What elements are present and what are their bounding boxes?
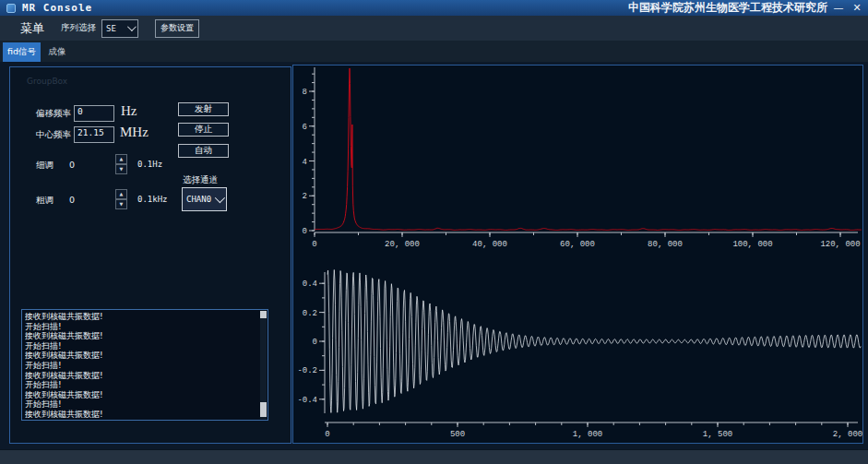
title-bar: MR Console 中国科学院苏州生物医学工程技术研究所 — ✕	[0, 0, 868, 16]
log-scrollbar[interactable]	[260, 311, 267, 419]
svg-text:40, 000: 40, 000	[472, 240, 507, 249]
control-groupbox: GroupBox 偏移频率 0 Hz 中心频率 21.15 MHz 细调 0 ▲…	[9, 66, 291, 444]
svg-text:0.4: 0.4	[303, 280, 317, 289]
svg-text:2: 2	[303, 192, 307, 201]
fine-tune-step: 0.1Hz	[137, 160, 162, 169]
minimize-button[interactable]: —	[831, 2, 846, 14]
coarse-tune-value: 0	[69, 195, 75, 205]
tab-imaging[interactable]: 成像	[41, 42, 74, 62]
chevron-down-icon	[127, 22, 137, 31]
svg-text:60, 000: 60, 000	[560, 240, 595, 249]
chevron-down-icon	[215, 193, 225, 203]
tab-strip: fid信号 成像	[0, 41, 868, 62]
svg-text:1, 000: 1, 000	[573, 430, 602, 439]
spinner-up-icon[interactable]: ▲	[115, 154, 127, 164]
window-title: MR Console	[22, 2, 92, 14]
groupbox-label: GroupBox	[27, 77, 67, 86]
status-bar	[0, 449, 868, 464]
center-frequency-input[interactable]: 21.15	[74, 126, 114, 143]
sequence-select-label: 序列选择	[61, 22, 96, 34]
fine-tune-value: 0	[69, 160, 75, 170]
fine-tune-spinner[interactable]: ▲ ▼	[115, 154, 127, 173]
stop-button[interactable]: 停止	[178, 123, 229, 137]
offset-frequency-unit: Hz	[121, 103, 137, 119]
scrollbar-thumb[interactable]	[260, 402, 267, 417]
svg-text:500: 500	[450, 430, 465, 439]
channel-select[interactable]: CHAN0	[182, 187, 227, 211]
svg-text:0.2: 0.2	[303, 309, 317, 318]
svg-text:0: 0	[303, 227, 307, 236]
offset-frequency-label: 偏移频率	[36, 108, 71, 120]
auto-button[interactable]: 自动	[178, 144, 229, 158]
svg-text:2, 000: 2, 000	[833, 430, 862, 439]
svg-text:8: 8	[303, 88, 307, 97]
svg-text:0: 0	[312, 240, 316, 249]
svg-text:120, 000: 120, 000	[820, 240, 860, 249]
sequence-select[interactable]: SE	[101, 19, 138, 38]
chart-panel: 02468020, 00040, 00060, 00080, 000100, 0…	[292, 65, 863, 444]
svg-text:0: 0	[313, 338, 317, 347]
offset-frequency-input[interactable]: 0	[74, 105, 114, 122]
charts-svg: 02468020, 00040, 00060, 00080, 000100, 0…	[293, 65, 862, 443]
svg-text:-0.2: -0.2	[297, 366, 317, 375]
spinner-down-icon[interactable]: ▼	[115, 164, 127, 174]
log-text: 接收到核磁共振数据! 开始扫描! 接收到核磁共振数据! 开始扫描! 接收到核磁共…	[25, 312, 257, 418]
tab-fid-signal[interactable]: fid信号	[3, 42, 41, 62]
menu-bar: 菜单 序列选择 SE 参数设置	[0, 16, 868, 41]
scroll-up-icon[interactable]	[260, 311, 267, 318]
fine-tune-label: 细调	[36, 160, 54, 172]
coarse-tune-spinner[interactable]: ▲ ▼	[115, 189, 127, 208]
channel-select-value: CHAN0	[186, 195, 211, 204]
svg-text:20, 000: 20, 000	[385, 240, 420, 249]
svg-text:6: 6	[303, 123, 307, 132]
close-button[interactable]: ✕	[850, 2, 864, 14]
log-textbox[interactable]: 接收到核磁共振数据! 开始扫描! 接收到核磁共振数据! 开始扫描! 接收到核磁共…	[21, 309, 268, 421]
svg-text:0: 0	[325, 430, 329, 439]
svg-text:1, 500: 1, 500	[703, 430, 732, 439]
sequence-select-value: SE	[106, 24, 116, 33]
center-frequency-label: 中心频率	[36, 129, 71, 141]
svg-text:80, 000: 80, 000	[648, 240, 683, 249]
organization-title: 中国科学院苏州生物医学工程技术研究所	[628, 0, 827, 16]
menu-button[interactable]: 菜单	[20, 20, 44, 37]
center-frequency-unit: MHz	[120, 125, 149, 140]
transmit-button[interactable]: 发射	[178, 102, 229, 116]
parameter-settings-button[interactable]: 参数设置	[155, 19, 199, 38]
svg-text:4: 4	[303, 158, 307, 167]
spinner-down-icon[interactable]: ▼	[115, 199, 127, 209]
channel-select-label: 选择通道	[183, 174, 218, 186]
spinner-up-icon[interactable]: ▲	[115, 189, 127, 199]
coarse-tune-label: 粗调	[36, 195, 54, 207]
svg-text:100, 000: 100, 000	[732, 240, 772, 249]
coarse-tune-step: 0.1kHz	[137, 195, 168, 204]
svg-text:-0.4: -0.4	[297, 396, 317, 405]
app-icon	[6, 4, 16, 13]
